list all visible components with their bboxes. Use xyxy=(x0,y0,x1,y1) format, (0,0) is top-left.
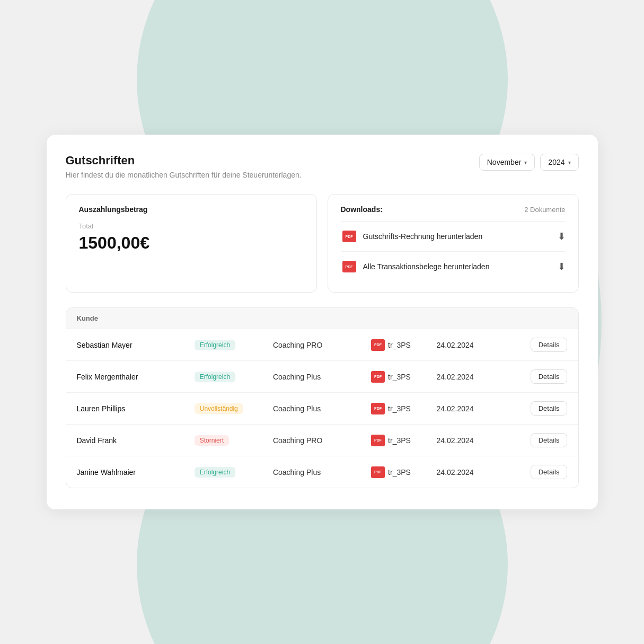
month-dropdown[interactable]: November ▾ xyxy=(479,154,535,171)
doc-id: tr_3PS xyxy=(388,468,411,477)
doc-id: tr_3PS xyxy=(388,341,411,349)
status-badge: Unvollständig xyxy=(195,403,243,414)
page-subtitle: Hier findest du die monatlichen Gutschri… xyxy=(66,171,302,179)
year-label: 2024 xyxy=(548,158,564,166)
header-filters: November ▾ 2024 ▾ xyxy=(479,154,579,171)
downloads-count: 2 Dokumente xyxy=(524,206,565,214)
row-date: 24.02.2024 xyxy=(437,468,522,477)
payout-title: Auszahlungsbetrag xyxy=(79,205,304,214)
year-dropdown[interactable]: 2024 ▾ xyxy=(540,154,578,171)
row-status: Erfolgreich xyxy=(195,467,273,478)
doc-pdf-icon: PDF xyxy=(371,466,385,478)
table-body: Sebastian Mayer Erfolgreich Coaching PRO… xyxy=(66,329,578,488)
row-status: Erfolgreich xyxy=(195,340,273,350)
summary-row: Auszahlungsbetrag Total 1500,00€ Downloa… xyxy=(66,194,579,293)
pdf-icon-transactions: PDF xyxy=(341,258,358,275)
main-card: Gutschriften Hier findest du die monatli… xyxy=(47,135,598,509)
status-badge: Erfolgreich xyxy=(195,340,235,350)
row-doc: PDF tr_3PS xyxy=(371,371,436,383)
row-name: Lauren Phillips xyxy=(77,404,195,413)
status-badge: Storniert xyxy=(195,435,229,446)
row-product: Coaching Plus xyxy=(273,373,371,381)
row-status: Erfolgreich xyxy=(195,372,273,382)
row-product: Coaching Plus xyxy=(273,404,371,413)
download-item-receipt[interactable]: PDF Gutschrifts-Rechnung herunterladen ⬇ xyxy=(341,221,566,251)
doc-pdf-icon: PDF xyxy=(371,435,385,446)
table-row: Sebastian Mayer Erfolgreich Coaching PRO… xyxy=(66,329,578,360)
row-name: Sebastian Mayer xyxy=(77,341,195,349)
download-arrow-receipt: ⬇ xyxy=(558,231,566,242)
status-badge: Erfolgreich xyxy=(195,467,235,478)
status-badge: Erfolgreich xyxy=(195,372,235,382)
doc-id: tr_3PS xyxy=(388,373,411,381)
row-doc: PDF tr_3PS xyxy=(371,339,436,351)
details-button[interactable]: Details xyxy=(531,401,568,416)
row-action: Details xyxy=(522,338,567,352)
downloads-header: Downloads: 2 Dokumente xyxy=(341,205,566,214)
doc-pdf-icon: PDF xyxy=(371,403,385,414)
doc-id: tr_3PS xyxy=(388,436,411,445)
row-action: Details xyxy=(522,369,567,384)
payout-total-label: Total xyxy=(79,222,304,230)
payout-amount: 1500,00€ xyxy=(79,233,304,253)
row-product: Coaching PRO xyxy=(273,436,371,445)
header-left: Gutschriften Hier findest du die monatli… xyxy=(66,154,302,179)
row-date: 24.02.2024 xyxy=(437,341,522,349)
row-date: 24.02.2024 xyxy=(437,373,522,381)
month-label: November xyxy=(487,158,522,166)
details-button[interactable]: Details xyxy=(531,465,568,479)
table-row: Felix Mergenthaler Erfolgreich Coaching … xyxy=(66,360,578,392)
row-name: Janine Wahlmaier xyxy=(77,468,195,477)
details-button[interactable]: Details xyxy=(531,433,568,447)
row-doc: PDF tr_3PS xyxy=(371,435,436,446)
row-status: Unvollständig xyxy=(195,403,273,414)
details-button[interactable]: Details xyxy=(531,369,568,384)
download-arrow-transactions: ⬇ xyxy=(558,261,566,272)
row-action: Details xyxy=(522,433,567,447)
doc-pdf-icon: PDF xyxy=(371,371,385,383)
row-action: Details xyxy=(522,401,567,416)
month-chevron: ▾ xyxy=(524,160,527,165)
pdf-icon-receipt: PDF xyxy=(341,228,358,245)
downloads-box: Downloads: 2 Dokumente PDF Gutschrifts-R… xyxy=(328,194,579,293)
row-product: Coaching Plus xyxy=(273,468,371,477)
download-item-transactions[interactable]: PDF Alle Transaktionsbelege herunterlade… xyxy=(341,251,566,281)
table-row: Lauren Phillips Unvollständig Coaching P… xyxy=(66,392,578,424)
page-title: Gutschriften xyxy=(66,154,302,167)
table-header: Kunde xyxy=(66,308,578,329)
doc-id: tr_3PS xyxy=(388,404,411,413)
row-product: Coaching PRO xyxy=(273,341,371,349)
table-row: Janine Wahlmaier Erfolgreich Coaching Pl… xyxy=(66,456,578,488)
row-date: 24.02.2024 xyxy=(437,436,522,445)
payout-box: Auszahlungsbetrag Total 1500,00€ xyxy=(66,194,317,293)
row-doc: PDF tr_3PS xyxy=(371,403,436,414)
downloads-title: Downloads: xyxy=(341,205,383,214)
transactions-table: Kunde Sebastian Mayer Erfolgreich Coachi… xyxy=(66,307,579,488)
details-button[interactable]: Details xyxy=(531,338,568,352)
row-action: Details xyxy=(522,465,567,479)
row-doc: PDF tr_3PS xyxy=(371,466,436,478)
row-date: 24.02.2024 xyxy=(437,404,522,413)
year-chevron: ▾ xyxy=(568,160,571,165)
page-header: Gutschriften Hier findest du die monatli… xyxy=(66,154,579,179)
doc-pdf-icon: PDF xyxy=(371,339,385,351)
download-label-transactions: Alle Transaktionsbelege herunterladen xyxy=(363,262,490,271)
table-row: David Frank Storniert Coaching PRO PDF t… xyxy=(66,424,578,456)
row-status: Storniert xyxy=(195,435,273,446)
download-label-receipt: Gutschrifts-Rechnung herunterladen xyxy=(363,232,483,241)
row-name: David Frank xyxy=(77,436,195,445)
row-name: Felix Mergenthaler xyxy=(77,373,195,381)
